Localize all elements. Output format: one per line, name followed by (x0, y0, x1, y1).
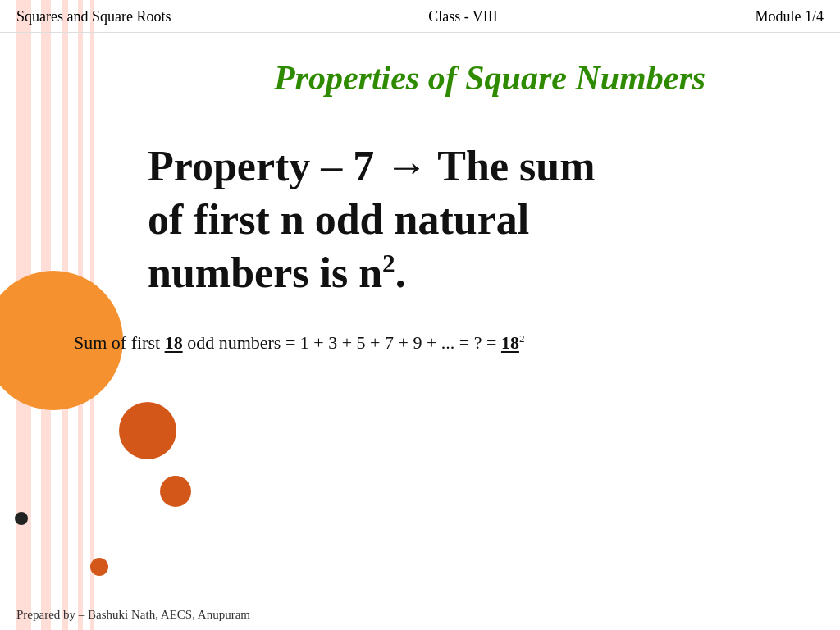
property-text: Property – 7 → The sum of first n odd na… (148, 139, 807, 299)
sum-n: 18 (165, 333, 183, 354)
header: Squares and Square Roots Class - VIII Mo… (0, 0, 840, 33)
footer-text: Prepared by – Bashuki Nath, AECS, Anupur… (16, 608, 250, 621)
property-line2: of first n odd natural (148, 196, 529, 243)
footer: Prepared by – Bashuki Nath, AECS, Anupur… (16, 608, 250, 622)
decorative-circle-medium (119, 402, 176, 459)
property-line3: numbers is n (148, 249, 382, 296)
sum-line: Sum of first 18 odd numbers = 1 + 3 + 5 … (74, 332, 840, 354)
sum-result-sup: 2 (519, 332, 525, 345)
decorative-circle-small-1 (160, 476, 191, 507)
decorative-circle-small-2 (90, 558, 108, 576)
slide-title: Properties of Square Numbers (172, 57, 807, 98)
property-period: . (395, 249, 406, 296)
property-line1: Property – 7 → The sum (148, 143, 596, 189)
header-class: Class - VIII (428, 8, 498, 25)
header-module: Module 1/4 (755, 8, 824, 25)
main-content: Properties of Square Numbers Property – … (0, 33, 840, 316)
sum-suffix: odd numbers = 1 + 3 + 5 + 7 + 9 + ... = … (183, 333, 501, 354)
sum-result: 18 (501, 333, 519, 354)
decorative-circle-tiny (15, 512, 28, 525)
sum-prefix: Sum of first (74, 333, 165, 354)
property-superscript: 2 (382, 249, 395, 278)
header-subject: Squares and Square Roots (16, 8, 171, 25)
